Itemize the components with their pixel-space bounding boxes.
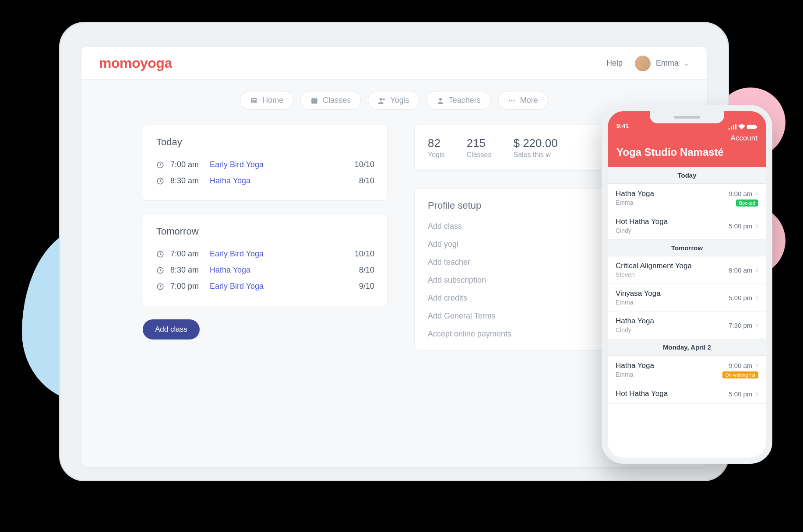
phone-class-time: 5:00 pm — [729, 294, 752, 301]
svg-point-13 — [513, 100, 514, 101]
today-title: Today — [156, 136, 374, 148]
tomorrow-card: Tomorrow 7:00 amEarly Bird Yoga10/108:30… — [143, 214, 388, 306]
signal-icon — [729, 124, 736, 130]
class-capacity: 8/10 — [359, 176, 374, 186]
battery-icon — [747, 124, 757, 130]
chevron-right-icon: › — [756, 389, 758, 398]
phone-class-row[interactable]: Hot Hatha Yoga5:00 pm› — [608, 384, 766, 404]
stat-number: $ 220.00 — [513, 136, 557, 150]
phone-class-teacher: Emma — [616, 371, 722, 378]
phone-section-header: Monday, April 2 — [608, 339, 766, 356]
top-bar: momoyoga Help Emma ⌄ — [81, 47, 707, 80]
class-row[interactable]: 8:30 amHatha Yoga8/10 — [156, 173, 374, 189]
clock-icon — [156, 266, 164, 274]
class-capacity: 9/10 — [359, 282, 374, 291]
stat-number: 82 — [428, 136, 445, 150]
nav-yogis[interactable]: Yogis — [368, 91, 419, 110]
svg-point-10 — [439, 98, 442, 101]
phone-class-title: Hatha Yoga — [616, 189, 729, 198]
avatar — [635, 56, 651, 71]
svg-rect-21 — [733, 125, 734, 130]
phone-account-link[interactable]: Account — [616, 134, 757, 143]
add-class-button[interactable]: Add class — [143, 319, 200, 340]
class-capacity: 10/10 — [355, 249, 374, 259]
status-badge: Booked — [736, 200, 758, 206]
stat-block: 215Classes — [467, 136, 492, 159]
class-name: Early Bird Yoga — [210, 282, 353, 291]
username: Emma — [656, 59, 679, 68]
phone-class-time: 9:00 am — [729, 266, 752, 274]
phone-class-row[interactable]: Hatha YogaEmma9:00 am›On waiting list — [608, 356, 766, 384]
chevron-right-icon: › — [756, 221, 758, 230]
svg-point-12 — [511, 100, 512, 101]
nav-more[interactable]: More — [498, 91, 548, 110]
phone-frame: 9:41 Account Yoga Studio Namasté TodayHa… — [602, 105, 772, 464]
svg-rect-23 — [747, 125, 756, 129]
nav-classes[interactable]: Classes — [300, 91, 361, 110]
phone-class-teacher: Steven — [616, 271, 729, 278]
phone-class-title: Hot Hatha Yoga — [616, 389, 729, 398]
class-name: Early Bird Yoga — [210, 249, 349, 259]
clock-icon — [156, 283, 164, 290]
clock-icon — [156, 177, 164, 185]
home-icon — [250, 97, 258, 105]
phone-class-teacher: Cindy — [616, 326, 729, 333]
chevron-right-icon: › — [756, 293, 758, 302]
help-link[interactable]: Help — [606, 59, 623, 68]
stat-label: Sales this w — [513, 151, 557, 159]
wifi-icon — [738, 124, 745, 130]
class-time: 8:30 am — [170, 176, 204, 186]
phone-class-title: Hatha Yoga — [616, 317, 729, 326]
class-time: 8:30 am — [170, 266, 204, 275]
phone-class-time: 5:00 pm — [729, 222, 752, 230]
chevron-right-icon: › — [756, 321, 758, 329]
class-row[interactable]: 7:00 amEarly Bird Yoga10/10 — [156, 246, 374, 262]
phone-class-row[interactable]: Vinyasa YogaEmma5:00 pm› — [608, 284, 766, 312]
stat-label: Yogis — [428, 151, 445, 159]
phone-class-time: 9:00 am — [729, 362, 752, 369]
status-badge: On waiting list — [722, 371, 758, 378]
calendar-icon — [310, 97, 318, 105]
class-row[interactable]: 7:00 pmEarly Bird Yoga9/10 — [156, 278, 374, 294]
svg-point-8 — [380, 98, 382, 101]
svg-rect-24 — [756, 126, 757, 128]
svg-point-11 — [509, 100, 510, 101]
phone-class-time: 9:00 am — [729, 190, 752, 197]
phone-section-header: Tomorrow — [608, 240, 766, 256]
user-menu[interactable]: Emma ⌄ — [635, 56, 689, 71]
more-icon — [508, 97, 516, 105]
chevron-down-icon: ⌄ — [684, 60, 689, 67]
phone-notch — [650, 111, 724, 123]
svg-rect-3 — [253, 102, 255, 102]
phone-class-title: Vinyasa Yoga — [616, 289, 729, 298]
tomorrow-title: Tomorrow — [156, 226, 374, 237]
today-card: Today 7:00 amEarly Bird Yoga10/108:30 am… — [143, 125, 388, 201]
phone-section-header: Today — [608, 167, 766, 184]
chevron-right-icon: › — [756, 189, 758, 198]
phone-class-title: Hot Hatha Yoga — [616, 217, 729, 226]
phone-class-row[interactable]: Hatha YogaEmma9:00 am›Booked — [608, 184, 766, 212]
stat-block: $ 220.00Sales this w — [513, 136, 557, 159]
svg-rect-6 — [313, 97, 313, 99]
stat-block: 82Yogis — [428, 136, 445, 159]
class-capacity: 10/10 — [355, 160, 374, 169]
class-row[interactable]: 8:30 amHatha Yoga8/10 — [156, 262, 374, 278]
class-time: 7:00 am — [170, 249, 204, 259]
nav-home[interactable]: Home — [240, 91, 293, 110]
phone-class-row[interactable]: Hatha YogaCindy7:30 pm› — [608, 312, 766, 339]
class-row[interactable]: 7:00 amEarly Bird Yoga10/10 — [156, 157, 374, 173]
user-icon — [437, 97, 444, 105]
phone-class-row[interactable]: Hot Hatha YogaCindy5:00 pm› — [608, 212, 766, 240]
phone-status-icons — [729, 124, 757, 130]
phone-class-row[interactable]: Critical Alignment YogaSteven9:00 am› — [608, 256, 766, 284]
phone-class-teacher: Emma — [616, 199, 729, 206]
phone-class-teacher: Cindy — [616, 227, 729, 234]
svg-rect-2 — [253, 101, 256, 101]
class-name: Early Bird Yoga — [210, 160, 349, 169]
clock-icon — [156, 161, 164, 169]
nav-teachers[interactable]: Teachers — [426, 91, 491, 110]
svg-rect-20 — [731, 126, 732, 130]
svg-rect-1 — [253, 99, 256, 100]
svg-point-9 — [383, 98, 385, 100]
class-time: 7:00 pm — [170, 282, 204, 291]
